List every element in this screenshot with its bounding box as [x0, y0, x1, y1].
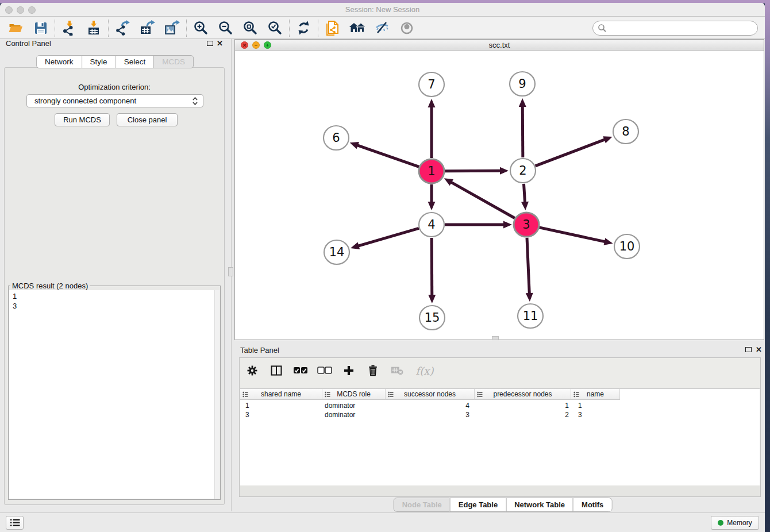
- search-icon: [598, 24, 607, 33]
- edge-1-6[interactable]: [350, 142, 419, 167]
- node-15[interactable]: 15: [419, 306, 445, 330]
- mcds-result-scrollbar[interactable]: [214, 290, 220, 499]
- toolbar-separator: [55, 20, 55, 37]
- table-cell[interactable]: dominator: [322, 410, 386, 419]
- edge-2-3[interactable]: [521, 184, 529, 210]
- node-9[interactable]: 9: [510, 72, 535, 96]
- network-canvas[interactable]: 7968124314101511: [235, 51, 764, 340]
- node-1[interactable]: 1: [419, 159, 444, 183]
- node-8[interactable]: 8: [613, 119, 638, 144]
- import-table-button[interactable]: [82, 18, 106, 38]
- node-10[interactable]: 10: [614, 234, 640, 259]
- table-cell[interactable]: 1: [571, 401, 620, 410]
- table-cell[interactable]: 3: [386, 410, 475, 419]
- zoom-out-button[interactable]: [213, 18, 238, 38]
- table-panel-close-button[interactable]: ✕: [756, 346, 762, 353]
- vertical-splitter-handle[interactable]: [228, 267, 233, 276]
- edge-3-1[interactable]: [444, 178, 515, 218]
- edge-2-9[interactable]: [519, 98, 526, 157]
- edge-1-7[interactable]: [428, 99, 436, 158]
- table-cell[interactable]: 1: [240, 401, 322, 410]
- table-cell[interactable]: 3: [571, 410, 620, 419]
- trash-icon: [367, 364, 379, 377]
- tab-edge-table[interactable]: Edge Table: [450, 498, 506, 512]
- node-14[interactable]: 14: [324, 240, 349, 264]
- apply-layout-button[interactable]: [291, 18, 316, 38]
- node-4[interactable]: 4: [419, 213, 444, 237]
- run-mcds-button[interactable]: Run MCDS: [55, 113, 110, 126]
- home-view-button[interactable]: [345, 18, 369, 38]
- new-network-button[interactable]: [320, 18, 345, 38]
- column-header[interactable]: name: [571, 389, 620, 400]
- delete-column-button[interactable]: [365, 363, 381, 379]
- table-cell[interactable]: 3: [240, 410, 322, 419]
- edge-4-3[interactable]: [445, 221, 512, 229]
- edge-1-4[interactable]: [428, 184, 436, 210]
- control-panel-close-button[interactable]: ✕: [217, 40, 223, 47]
- table-cell[interactable]: dominator: [322, 401, 386, 410]
- node-11[interactable]: 11: [518, 304, 543, 328]
- table-header-row: shared nameMCDS rolesuccessor nodesprede…: [240, 389, 620, 400]
- delete-table-icon: [390, 365, 404, 376]
- column-sort-icon: [388, 391, 394, 399]
- edge-2-8[interactable]: [536, 136, 613, 166]
- zoom-fit-button[interactable]: [238, 18, 263, 38]
- import-network-button[interactable]: [57, 18, 82, 38]
- control-panel-float-button[interactable]: [207, 41, 213, 46]
- tab-style[interactable]: Style: [82, 55, 116, 68]
- edge-3-10[interactable]: [539, 228, 613, 245]
- horizontal-splitter-handle[interactable]: [492, 336, 499, 340]
- unchecked-boxes-icon: [317, 367, 332, 375]
- graph-svg: 7968124314101511: [235, 51, 764, 340]
- hide-graphics-details-button[interactable]: [369, 18, 394, 38]
- tab-mcds[interactable]: MCDS: [153, 55, 194, 68]
- column-header[interactable]: predecessor nodes: [475, 389, 571, 400]
- node-3[interactable]: 3: [514, 213, 539, 237]
- zoom-out-icon: [218, 20, 233, 36]
- open-file-button[interactable]: [3, 18, 28, 38]
- show-column-button[interactable]: [268, 363, 284, 379]
- table-cell[interactable]: 2: [475, 410, 571, 419]
- memory-button[interactable]: Memory: [711, 516, 759, 530]
- show-graphics-details-button[interactable]: [394, 18, 419, 38]
- zoom-in-button[interactable]: [188, 18, 213, 38]
- edge-3-11[interactable]: [526, 238, 533, 302]
- select-all-columns-button[interactable]: [292, 363, 309, 379]
- column-header[interactable]: shared name: [240, 389, 322, 400]
- export-network-button[interactable]: [110, 18, 135, 38]
- save-session-button[interactable]: [28, 18, 53, 38]
- tab-node-table[interactable]: Node Table: [394, 498, 451, 512]
- optimization-criterion-select[interactable]: strongly connected component: [26, 94, 203, 107]
- column-header[interactable]: MCDS role: [322, 389, 386, 400]
- tab-network-table[interactable]: Network Table: [506, 498, 573, 512]
- edge-4-15[interactable]: [428, 238, 436, 303]
- table-cell[interactable]: 1: [475, 401, 571, 410]
- task-history-button[interactable]: [6, 516, 24, 530]
- node-6[interactable]: 6: [324, 126, 349, 150]
- fx-icon: f(x): [416, 365, 434, 377]
- tab-select[interactable]: Select: [116, 55, 155, 68]
- edge-1-2[interactable]: [445, 167, 509, 175]
- search-input[interactable]: [592, 21, 758, 36]
- mcds-result-area[interactable]: 1 3: [9, 290, 220, 499]
- tab-network[interactable]: Network: [36, 55, 82, 68]
- column-header[interactable]: successor nodes: [386, 389, 475, 400]
- tab-motifs[interactable]: Motifs: [573, 498, 612, 512]
- table-cell[interactable]: 4: [386, 401, 475, 410]
- close-panel-button[interactable]: Close panel: [117, 113, 178, 126]
- export-table-button[interactable]: [135, 18, 160, 38]
- edge-4-14[interactable]: [351, 228, 419, 249]
- table-body: 1dominator4113dominator323: [240, 401, 620, 419]
- network-window-title: scc.txt: [235, 40, 764, 51]
- unselect-all-columns-button[interactable]: [317, 363, 333, 379]
- node-2[interactable]: 2: [510, 159, 536, 183]
- table-row[interactable]: 1dominator411: [240, 401, 620, 410]
- export-image-button[interactable]: [160, 18, 184, 38]
- create-column-button[interactable]: [341, 363, 357, 379]
- zoom-selected-button[interactable]: [263, 18, 287, 38]
- table-settings-button[interactable]: [244, 363, 260, 379]
- table-panel-float-button[interactable]: [745, 347, 752, 352]
- node-7[interactable]: 7: [419, 72, 444, 97]
- table-row[interactable]: 3dominator323: [240, 410, 620, 419]
- network-view-window: ✕ − + scc.txt 7968124314101511: [234, 39, 764, 340]
